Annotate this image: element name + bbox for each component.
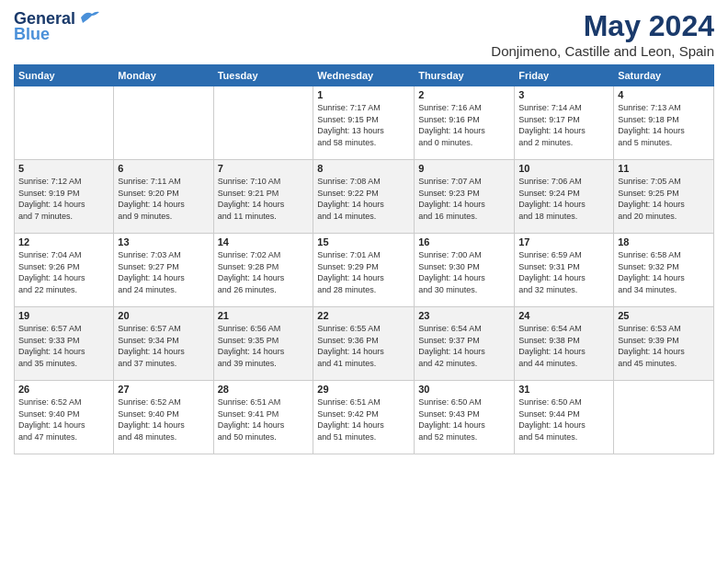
day-info: Sunrise: 6:52 AMSunset: 9:40 PMDaylight:… [118, 396, 209, 442]
day-info: Sunrise: 7:04 AMSunset: 9:26 PMDaylight:… [18, 249, 109, 295]
day-info: Sunrise: 7:03 AMSunset: 9:27 PMDaylight:… [118, 249, 209, 295]
calendar-cell: 25Sunrise: 6:53 AMSunset: 9:39 PMDayligh… [614, 307, 714, 381]
header: General Blue May 2024 Donjimeno, Castill… [14, 9, 714, 59]
day-number: 7 [218, 163, 310, 174]
day-number: 3 [518, 89, 609, 100]
day-info: Sunrise: 6:58 AMSunset: 9:32 PMDaylight:… [618, 249, 710, 295]
calendar-cell: 20Sunrise: 6:57 AMSunset: 9:34 PMDayligh… [114, 307, 213, 381]
day-info: Sunrise: 7:00 AMSunset: 9:30 PMDaylight:… [418, 249, 510, 295]
day-info: Sunrise: 6:54 AMSunset: 9:38 PMDaylight:… [518, 323, 609, 369]
day-number: 19 [18, 310, 109, 321]
day-info: Sunrise: 6:51 AMSunset: 9:42 PMDaylight:… [317, 396, 410, 442]
calendar-cell: 24Sunrise: 6:54 AMSunset: 9:38 PMDayligh… [515, 307, 614, 381]
day-info: Sunrise: 6:54 AMSunset: 9:37 PMDaylight:… [418, 323, 510, 369]
calendar-cell: 1Sunrise: 7:17 AMSunset: 9:15 PMDaylight… [313, 86, 415, 160]
day-info: Sunrise: 7:06 AMSunset: 9:24 PMDaylight:… [518, 176, 609, 222]
calendar-cell: 13Sunrise: 7:03 AMSunset: 9:27 PMDayligh… [114, 234, 213, 307]
day-number: 20 [118, 310, 209, 321]
day-number: 1 [317, 89, 410, 100]
day-info: Sunrise: 7:17 AMSunset: 9:15 PMDaylight:… [317, 102, 410, 148]
calendar-cell: 17Sunrise: 6:59 AMSunset: 9:31 PMDayligh… [515, 234, 614, 307]
calendar-cell: 15Sunrise: 7:01 AMSunset: 9:29 PMDayligh… [313, 234, 415, 307]
day-number: 6 [118, 163, 209, 174]
day-number: 22 [317, 310, 410, 321]
day-number: 11 [618, 163, 710, 174]
calendar-cell: 26Sunrise: 6:52 AMSunset: 9:40 PMDayligh… [15, 381, 114, 454]
calendar-cell: 7Sunrise: 7:10 AMSunset: 9:21 PMDaylight… [213, 160, 313, 234]
day-number: 16 [418, 236, 510, 247]
title-section: May 2024 Donjimeno, Castille and Leon, S… [491, 9, 714, 59]
day-info: Sunrise: 7:10 AMSunset: 9:21 PMDaylight:… [218, 176, 310, 222]
calendar-cell: 6Sunrise: 7:11 AMSunset: 9:20 PMDaylight… [114, 160, 213, 234]
day-info: Sunrise: 7:08 AMSunset: 9:22 PMDaylight:… [317, 176, 410, 222]
calendar-cell: 4Sunrise: 7:13 AMSunset: 9:18 PMDaylight… [614, 86, 714, 160]
day-info: Sunrise: 7:02 AMSunset: 9:28 PMDaylight:… [218, 249, 310, 295]
calendar-cell: 28Sunrise: 6:51 AMSunset: 9:41 PMDayligh… [213, 381, 313, 454]
day-number: 24 [518, 310, 609, 321]
day-number: 29 [317, 384, 410, 395]
calendar-cell: 31Sunrise: 6:50 AMSunset: 9:44 PMDayligh… [515, 381, 614, 454]
calendar-week-row: 19Sunrise: 6:57 AMSunset: 9:33 PMDayligh… [15, 307, 714, 381]
day-number: 9 [418, 163, 510, 174]
calendar-cell [15, 86, 114, 160]
page: General Blue May 2024 Donjimeno, Castill… [0, 0, 728, 563]
calendar-table: SundayMondayTuesdayWednesdayThursdayFrid… [14, 64, 714, 454]
day-number: 28 [218, 384, 310, 395]
day-number: 2 [418, 89, 510, 100]
calendar-cell: 10Sunrise: 7:06 AMSunset: 9:24 PMDayligh… [515, 160, 614, 234]
calendar-cell: 16Sunrise: 7:00 AMSunset: 9:30 PMDayligh… [415, 234, 515, 307]
calendar-cell: 9Sunrise: 7:07 AMSunset: 9:23 PMDaylight… [415, 160, 515, 234]
calendar-week-row: 26Sunrise: 6:52 AMSunset: 9:40 PMDayligh… [15, 381, 714, 454]
calendar-cell: 11Sunrise: 7:05 AMSunset: 9:25 PMDayligh… [614, 160, 714, 234]
day-number: 5 [18, 163, 109, 174]
day-info: Sunrise: 7:16 AMSunset: 9:16 PMDaylight:… [418, 102, 510, 148]
calendar-header-row: SundayMondayTuesdayWednesdayThursdayFrid… [15, 65, 714, 86]
weekday-header: Tuesday [213, 65, 313, 86]
day-number: 27 [118, 384, 209, 395]
day-info: Sunrise: 7:13 AMSunset: 9:18 PMDaylight:… [618, 102, 710, 148]
calendar-cell: 2Sunrise: 7:16 AMSunset: 9:16 PMDaylight… [415, 86, 515, 160]
calendar-week-row: 12Sunrise: 7:04 AMSunset: 9:26 PMDayligh… [15, 234, 714, 307]
day-info: Sunrise: 6:57 AMSunset: 9:34 PMDaylight:… [118, 323, 209, 369]
day-number: 25 [618, 310, 710, 321]
day-info: Sunrise: 7:12 AMSunset: 9:19 PMDaylight:… [18, 176, 109, 222]
day-number: 4 [618, 89, 710, 100]
calendar-cell: 30Sunrise: 6:50 AMSunset: 9:43 PMDayligh… [415, 381, 515, 454]
calendar-cell: 8Sunrise: 7:08 AMSunset: 9:22 PMDaylight… [313, 160, 415, 234]
day-info: Sunrise: 7:01 AMSunset: 9:29 PMDaylight:… [317, 249, 410, 295]
calendar-cell: 22Sunrise: 6:55 AMSunset: 9:36 PMDayligh… [313, 307, 415, 381]
weekday-header: Wednesday [313, 65, 415, 86]
day-number: 17 [518, 236, 609, 247]
day-number: 30 [418, 384, 510, 395]
day-number: 10 [518, 163, 609, 174]
calendar-cell: 5Sunrise: 7:12 AMSunset: 9:19 PMDaylight… [15, 160, 114, 234]
calendar-cell: 19Sunrise: 6:57 AMSunset: 9:33 PMDayligh… [15, 307, 114, 381]
day-info: Sunrise: 6:52 AMSunset: 9:40 PMDaylight:… [18, 396, 109, 442]
day-info: Sunrise: 6:57 AMSunset: 9:33 PMDaylight:… [18, 323, 109, 369]
day-number: 12 [18, 236, 109, 247]
calendar-cell [213, 86, 313, 160]
day-info: Sunrise: 7:07 AMSunset: 9:23 PMDaylight:… [418, 176, 510, 222]
day-number: 21 [218, 310, 310, 321]
logo: General Blue [14, 9, 99, 44]
day-info: Sunrise: 6:59 AMSunset: 9:31 PMDaylight:… [518, 249, 609, 295]
calendar-cell: 14Sunrise: 7:02 AMSunset: 9:28 PMDayligh… [213, 234, 313, 307]
calendar-cell: 3Sunrise: 7:14 AMSunset: 9:17 PMDaylight… [515, 86, 614, 160]
calendar-cell [614, 381, 714, 454]
logo-bird-icon [79, 10, 99, 25]
day-info: Sunrise: 6:50 AMSunset: 9:43 PMDaylight:… [418, 396, 510, 442]
calendar-cell: 27Sunrise: 6:52 AMSunset: 9:40 PMDayligh… [114, 381, 213, 454]
calendar-week-row: 1Sunrise: 7:17 AMSunset: 9:15 PMDaylight… [15, 86, 714, 160]
weekday-header: Monday [114, 65, 213, 86]
weekday-header: Thursday [415, 65, 515, 86]
day-info: Sunrise: 6:56 AMSunset: 9:35 PMDaylight:… [218, 323, 310, 369]
day-number: 26 [18, 384, 109, 395]
calendar-cell: 18Sunrise: 6:58 AMSunset: 9:32 PMDayligh… [614, 234, 714, 307]
calendar-cell: 29Sunrise: 6:51 AMSunset: 9:42 PMDayligh… [313, 381, 415, 454]
calendar-cell: 23Sunrise: 6:54 AMSunset: 9:37 PMDayligh… [415, 307, 515, 381]
month-title: May 2024 [491, 9, 714, 43]
day-info: Sunrise: 7:05 AMSunset: 9:25 PMDaylight:… [618, 176, 710, 222]
logo-blue: Blue [14, 25, 50, 44]
day-number: 14 [218, 236, 310, 247]
day-info: Sunrise: 6:51 AMSunset: 9:41 PMDaylight:… [218, 396, 310, 442]
